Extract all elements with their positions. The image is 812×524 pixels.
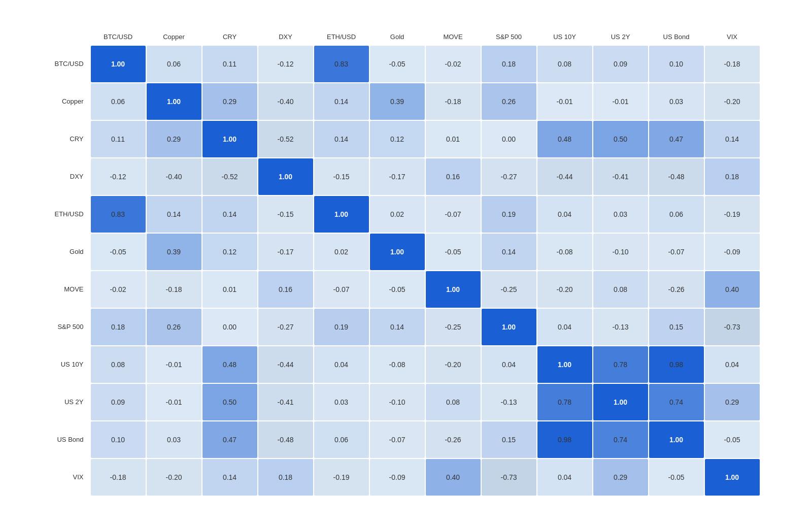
cell-4-1: 0.14	[147, 196, 201, 233]
cell-2-4: 0.14	[314, 121, 369, 157]
row-header-copper: Copper	[52, 83, 89, 120]
row-header-s-p-500: S&P 500	[52, 309, 89, 345]
cell-9-10: 0.74	[649, 384, 704, 420]
cell-6-2: 0.01	[202, 271, 257, 308]
cell-4-8: 0.04	[537, 196, 592, 233]
cell-5-2: 0.12	[202, 234, 257, 270]
row-header-vix: VIX	[52, 459, 89, 496]
cell-5-5: 1.00	[370, 234, 425, 270]
cell-6-7: -0.25	[482, 271, 536, 308]
table-row: VIX-0.18-0.200.140.18-0.19-0.090.40-0.73…	[52, 459, 759, 496]
cell-1-1: 1.00	[147, 83, 201, 120]
col-header-us-2y: US 2Y	[593, 29, 648, 45]
cell-10-6: -0.26	[426, 421, 481, 458]
cell-10-5: -0.07	[370, 421, 425, 458]
cell-0-4: 0.83	[314, 46, 369, 82]
cell-10-7: 0.15	[482, 421, 536, 458]
cell-4-11: -0.19	[705, 196, 760, 233]
cell-11-0: -0.18	[91, 459, 146, 496]
cell-3-3: 1.00	[258, 158, 313, 195]
cell-6-8: -0.20	[537, 271, 592, 308]
cell-0-1: 0.06	[147, 46, 201, 82]
cell-1-11: -0.20	[705, 83, 760, 120]
cell-10-10: 1.00	[649, 421, 704, 458]
table-row: US 2Y0.09-0.010.50-0.410.03-0.100.08-0.1…	[52, 384, 759, 420]
cell-5-11: -0.09	[705, 234, 760, 270]
cell-10-11: -0.05	[705, 421, 760, 458]
cell-4-4: 1.00	[314, 196, 369, 233]
cell-0-9: 0.09	[593, 46, 648, 82]
cell-6-5: -0.05	[370, 271, 425, 308]
cell-1-0: 0.06	[91, 83, 146, 120]
cell-9-1: -0.01	[147, 384, 201, 420]
cell-4-7: 0.19	[482, 196, 536, 233]
cell-8-5: -0.08	[370, 346, 425, 383]
cell-5-0: -0.05	[91, 234, 146, 270]
cell-9-11: 0.29	[705, 384, 760, 420]
cell-11-5: -0.09	[370, 459, 425, 496]
cell-5-1: 0.39	[147, 234, 201, 270]
cell-5-4: 0.02	[314, 234, 369, 270]
row-header-cry: CRY	[52, 121, 89, 157]
table-row: ETH/USD0.830.140.14-0.151.000.02-0.070.1…	[52, 196, 759, 233]
cell-4-0: 0.83	[91, 196, 146, 233]
cell-0-7: 0.18	[482, 46, 536, 82]
cell-4-6: -0.07	[426, 196, 481, 233]
cell-4-10: 0.06	[649, 196, 704, 233]
table-row: CRY0.110.291.00-0.520.140.120.010.000.48…	[52, 121, 759, 157]
cell-2-1: 0.29	[147, 121, 201, 157]
cell-3-8: -0.44	[537, 158, 592, 195]
cell-1-9: -0.01	[593, 83, 648, 120]
row-header-dxy: DXY	[52, 158, 89, 195]
table-row: Copper0.061.000.29-0.400.140.39-0.180.26…	[52, 83, 759, 120]
cell-8-1: -0.01	[147, 346, 201, 383]
cell-2-11: 0.14	[705, 121, 760, 157]
cell-1-8: -0.01	[537, 83, 592, 120]
cell-6-9: 0.08	[593, 271, 648, 308]
col-header-vix: VIX	[705, 29, 760, 45]
cell-6-6: 1.00	[426, 271, 481, 308]
cell-11-4: -0.19	[314, 459, 369, 496]
col-header-cry: CRY	[202, 29, 257, 45]
cell-10-8: 0.98	[537, 421, 592, 458]
cell-0-2: 0.11	[202, 46, 257, 82]
cell-9-0: 0.09	[91, 384, 146, 420]
cell-5-8: -0.08	[537, 234, 592, 270]
cell-6-4: -0.07	[314, 271, 369, 308]
cell-11-1: -0.20	[147, 459, 201, 496]
cell-3-10: -0.48	[649, 158, 704, 195]
cell-1-6: -0.18	[426, 83, 481, 120]
cell-9-5: -0.10	[370, 384, 425, 420]
cell-2-6: 0.01	[426, 121, 481, 157]
cell-1-10: 0.03	[649, 83, 704, 120]
cell-8-3: -0.44	[258, 346, 313, 383]
col-header-dxy: DXY	[258, 29, 313, 45]
cell-9-6: 0.08	[426, 384, 481, 420]
cell-11-3: 0.18	[258, 459, 313, 496]
cell-7-2: 0.00	[202, 309, 257, 345]
cell-7-4: 0.19	[314, 309, 369, 345]
row-header-us-2y: US 2Y	[52, 384, 89, 420]
row-header-us-10y: US 10Y	[52, 346, 89, 383]
cell-2-7: 0.00	[482, 121, 536, 157]
cell-9-4: 0.03	[314, 384, 369, 420]
cell-7-1: 0.26	[147, 309, 201, 345]
cell-7-10: 0.15	[649, 309, 704, 345]
cell-4-2: 0.14	[202, 196, 257, 233]
cell-3-0: -0.12	[91, 158, 146, 195]
cell-8-9: 0.78	[593, 346, 648, 383]
cell-6-0: -0.02	[91, 271, 146, 308]
cell-3-7: -0.27	[482, 158, 536, 195]
cell-11-8: 0.04	[537, 459, 592, 496]
cell-2-0: 0.11	[91, 121, 146, 157]
cell-5-3: -0.17	[258, 234, 313, 270]
col-header-move: MOVE	[426, 29, 481, 45]
cell-11-9: 0.29	[593, 459, 648, 496]
cell-3-9: -0.41	[593, 158, 648, 195]
table-row: MOVE-0.02-0.180.010.16-0.07-0.051.00-0.2…	[52, 271, 759, 308]
cell-0-0: 1.00	[91, 46, 146, 82]
cell-9-2: 0.50	[202, 384, 257, 420]
cell-8-6: -0.20	[426, 346, 481, 383]
table-row: US 10Y0.08-0.010.48-0.440.04-0.08-0.200.…	[52, 346, 759, 383]
cell-11-7: -0.73	[482, 459, 536, 496]
